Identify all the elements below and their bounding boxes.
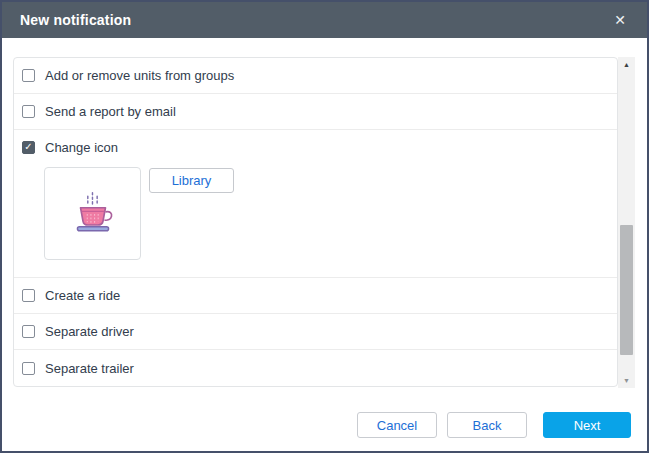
scroll-up-icon[interactable]: ▲ [618, 57, 635, 72]
scroll-down-icon[interactable]: ▼ [618, 373, 635, 388]
list-item: Separate driver [14, 314, 617, 350]
coffee-cup-icon [66, 187, 120, 241]
library-button[interactable]: Library [149, 168, 234, 193]
list-item: Add or remove units from groups [14, 58, 617, 94]
checkbox-create-ride[interactable] [22, 289, 35, 302]
back-button[interactable]: Back [447, 412, 527, 438]
new-notification-dialog: New notification ✕ Add or remove units f… [0, 0, 649, 453]
checkbox-separate-driver[interactable] [22, 325, 35, 338]
checkbox-label: Separate driver [45, 324, 134, 339]
checkbox-add-remove-units[interactable] [22, 69, 35, 82]
dialog-title: New notification [20, 12, 131, 28]
icon-picker-area: Library [44, 167, 617, 260]
change-icon-row-head: ✓ Change icon [14, 130, 617, 164]
close-icon[interactable]: ✕ [611, 11, 629, 29]
checkbox-label: Change icon [45, 140, 118, 155]
notification-icon-preview [44, 167, 141, 260]
list-item: Create a ride [14, 278, 617, 314]
list-item: Send a report by email [14, 94, 617, 130]
cancel-button[interactable]: Cancel [357, 412, 437, 438]
list-item-change-icon: ✓ Change icon [14, 130, 617, 278]
next-button[interactable]: Next [543, 412, 631, 438]
notification-action-list: Add or remove units from groups Send a r… [13, 57, 618, 387]
checkbox-label: Create a ride [45, 288, 120, 303]
checkbox-separate-trailer[interactable] [22, 362, 35, 375]
checkbox-label: Separate trailer [45, 361, 134, 376]
dialog-footer: Cancel Back Next [2, 388, 647, 453]
dialog-body: Add or remove units from groups Send a r… [2, 38, 647, 388]
check-icon: ✓ [24, 142, 32, 152]
checkbox-change-icon[interactable]: ✓ [22, 141, 35, 154]
scrollbar-thumb[interactable] [620, 225, 633, 355]
checkbox-send-report[interactable] [22, 105, 35, 118]
scrollbar-track[interactable] [618, 72, 635, 373]
list-item: Separate trailer [14, 350, 617, 386]
checkbox-label: Add or remove units from groups [45, 68, 234, 83]
dialog-header: New notification ✕ [2, 2, 647, 38]
vertical-scrollbar[interactable]: ▲ ▼ [618, 57, 635, 388]
checkbox-label: Send a report by email [45, 104, 176, 119]
